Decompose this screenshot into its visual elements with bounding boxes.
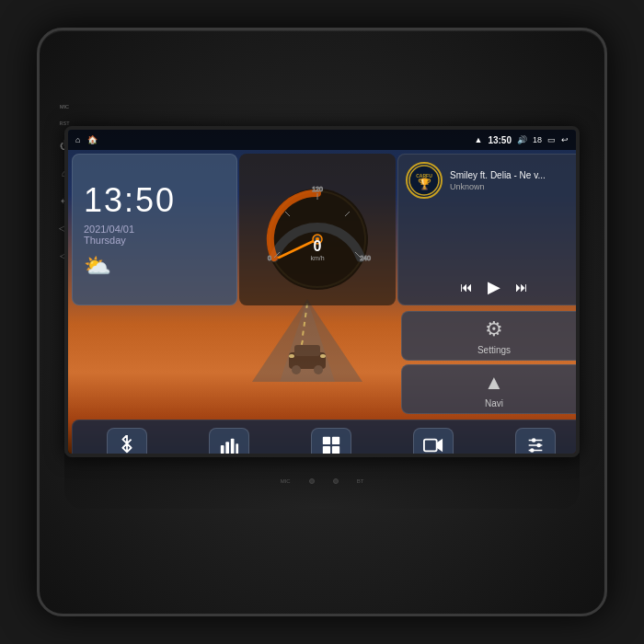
svg-rect-36 <box>424 440 437 452</box>
svg-rect-28 <box>221 445 224 454</box>
settings-icon: ⚙ <box>485 317 503 341</box>
equalizer-icon <box>515 428 556 457</box>
svg-rect-33 <box>332 437 339 444</box>
prev-button[interactable]: ⏮ <box>460 280 473 294</box>
music-title: Smiley ft. Delia - Ne v... <box>450 170 569 180</box>
wifi-icon: ▲ <box>474 135 482 144</box>
mic-bottom-label: MIC <box>281 478 291 484</box>
apps-icon <box>311 428 351 457</box>
svg-text:240: 240 <box>360 255 371 261</box>
svg-text:🏆: 🏆 <box>418 177 431 190</box>
empty-middle <box>239 307 396 418</box>
svg-marker-37 <box>436 439 442 453</box>
music-controls[interactable]: ⏮ ▶ ⏭ <box>406 277 580 297</box>
status-bar: ⌂ 🏠 ▲ 13:50 🔊 18 ▭ ↩ <box>68 130 576 150</box>
music-logo: CARFU 🏆 <box>406 162 443 199</box>
clock-widget: 13:50 2021/04/01 Thursday ⛅ <box>72 154 237 305</box>
svg-point-43 <box>530 448 535 453</box>
next-button[interactable]: ⏭ <box>515 280 528 294</box>
device-bottom: MIC BT <box>64 454 580 509</box>
navi-icon: ▲ <box>484 371 504 395</box>
settings-button[interactable]: ⚙ Settings <box>401 311 580 361</box>
clock-time: 13:50 <box>84 181 225 220</box>
svg-text:120: 120 <box>312 186 323 192</box>
home-status-icon: ⌂ <box>75 135 80 144</box>
volume-status-icon: 🔊 <box>517 135 527 144</box>
play-button[interactable]: ▶ <box>488 277 500 297</box>
device-shell: MIC RST ⏻ ⌂ ↩ ◁+ ◁- <box>37 28 607 616</box>
svg-rect-32 <box>323 437 330 444</box>
svg-rect-30 <box>231 439 235 454</box>
svg-text:0: 0 <box>268 255 271 261</box>
bluetooth-icon <box>107 428 147 457</box>
speedometer-widget: 0 120 240 <box>239 154 396 305</box>
status-right: ▲ 13:50 🔊 18 ▭ ↩ <box>474 135 569 145</box>
bottom-dot-2 <box>333 478 339 484</box>
status-left: ⌂ 🏠 <box>75 135 98 144</box>
music-top: CARFU 🏆 Smiley ft. Delia - Ne v... Unkno… <box>406 162 580 199</box>
window-status-icon: ▭ <box>547 135 556 144</box>
svg-text:0: 0 <box>314 238 322 254</box>
back-status-icon: ↩ <box>561 135 569 144</box>
road-area <box>72 307 237 418</box>
music-artist: Unknown <box>450 182 580 191</box>
clock-day: Thursday <box>84 235 225 246</box>
settings-label: Settings <box>477 345 511 355</box>
svg-point-41 <box>536 443 541 448</box>
settings-navi: ⚙ Settings ▲ Navi <box>397 307 580 418</box>
speedometer-svg: 0 120 240 <box>258 170 377 290</box>
status-time: 13:50 <box>488 135 512 145</box>
navi-button[interactable]: ▲ Navi <box>401 364 580 414</box>
app-bar: Bluetooth Radio <box>72 420 580 457</box>
screen-bezel: ⌂ 🏠 ▲ 13:50 🔊 18 ▭ ↩ 13:50 2021/04/01 Th… <box>64 126 580 457</box>
mic-label: MIC <box>60 104 69 109</box>
svg-rect-34 <box>323 446 330 454</box>
video-icon <box>413 428 454 457</box>
apps-app[interactable]: Apps <box>281 428 383 457</box>
music-info: Smiley ft. Delia - Ne v... Unknown <box>450 170 580 191</box>
bluetooth-app[interactable]: Bluetooth <box>76 428 178 457</box>
rst-label: RST <box>60 121 70 126</box>
bottom-dot-1 <box>309 478 315 484</box>
svg-text:km/h: km/h <box>310 255 324 261</box>
svg-rect-35 <box>332 446 339 454</box>
music-widget: CARFU 🏆 Smiley ft. Delia - Ne v... Unkno… <box>397 154 580 305</box>
radio-app[interactable]: Radio <box>178 428 281 457</box>
radio-icon <box>209 428 249 457</box>
svg-rect-31 <box>236 443 239 454</box>
navi-label: Navi <box>485 398 503 408</box>
home-status-icon2: 🏠 <box>87 135 98 144</box>
screen-content: 13:50 2021/04/01 Thursday ⛅ <box>68 150 576 454</box>
battery-level: 18 <box>533 135 542 144</box>
weather-icon: ⛅ <box>84 253 225 279</box>
equalizer-app[interactable]: Equalizer <box>484 428 580 457</box>
svg-rect-29 <box>226 442 230 454</box>
svg-point-39 <box>531 438 535 443</box>
bt-bottom-label: BT <box>357 478 364 484</box>
video-app[interactable]: Video Player <box>382 428 484 457</box>
clock-date: 2021/04/01 <box>84 224 225 235</box>
